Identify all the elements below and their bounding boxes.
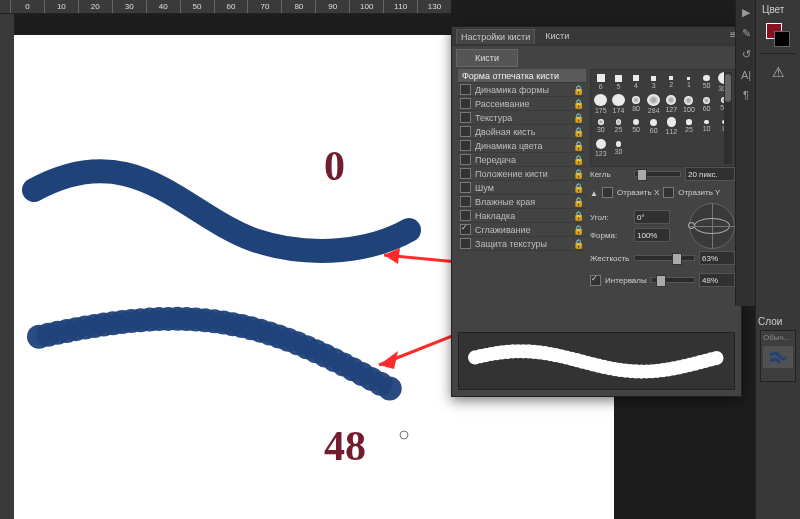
stroke-preview	[458, 332, 735, 390]
hardness-slider[interactable]	[634, 255, 695, 261]
option-checkbox[interactable]	[460, 224, 471, 235]
lock-icon[interactable]: 🔒	[573, 155, 584, 165]
size-slider[interactable]	[634, 171, 681, 177]
brush-option[interactable]: Сглаживание🔒	[458, 223, 586, 237]
right-toolbar: ▶ ✎ ↺ A| ¶	[735, 0, 756, 306]
brush-preset[interactable]: 174	[611, 94, 627, 114]
type-icon[interactable]: A|	[741, 69, 751, 81]
history-icon[interactable]: ↺	[742, 48, 751, 61]
brush-preset[interactable]: 30	[593, 116, 609, 136]
option-checkbox[interactable]	[460, 238, 471, 249]
brush-option[interactable]: Шум🔒	[458, 181, 586, 195]
lock-icon[interactable]: 🔒	[573, 85, 584, 95]
brush-preset[interactable]: 10	[699, 116, 715, 136]
angle-widget[interactable]	[689, 203, 735, 249]
size-input[interactable]	[685, 167, 735, 181]
flipy-label: Отразить Y	[678, 188, 720, 197]
brush-tip-grid[interactable]: 6543215030617517480284127100605030255060…	[590, 69, 735, 167]
flipx-checkbox[interactable]	[602, 187, 613, 198]
option-checkbox[interactable]	[460, 98, 471, 109]
brush-preset[interactable]: 3	[646, 72, 662, 92]
blend-mode[interactable]: Обыч...	[761, 331, 795, 344]
scrollbar[interactable]	[724, 72, 732, 164]
lock-icon[interactable]: 🔒	[573, 197, 584, 207]
angle-label: Угол:	[590, 213, 630, 222]
lock-icon[interactable]: 🔒	[573, 113, 584, 123]
spacing-input[interactable]	[699, 273, 735, 287]
brush-preset[interactable]: 4	[628, 72, 644, 92]
row-hardness: Жесткость	[590, 251, 735, 265]
brush-preset[interactable]: 175	[593, 94, 609, 114]
option-checkbox[interactable]	[460, 196, 471, 207]
layers-panel-title[interactable]: Слои	[752, 312, 800, 329]
spacing-checkbox[interactable]	[590, 275, 601, 286]
spacing-slider[interactable]	[651, 277, 695, 283]
hardness-label: Жесткость	[590, 254, 630, 263]
option-checkbox[interactable]	[460, 168, 471, 179]
tab-brushes[interactable]: Кисти	[541, 29, 573, 43]
brush-preset[interactable]: 1	[681, 72, 697, 92]
lock-icon[interactable]: 🔒	[573, 141, 584, 151]
brush-preset[interactable]: 60	[646, 116, 662, 136]
lock-icon[interactable]: 🔒	[573, 239, 584, 249]
option-checkbox[interactable]	[460, 126, 471, 137]
brush-option[interactable]: Влажные края🔒	[458, 195, 586, 209]
flipy-checkbox[interactable]	[663, 187, 674, 198]
paragraph-icon[interactable]: ¶	[743, 89, 749, 101]
option-label: Текстура	[475, 113, 512, 123]
brush-icon[interactable]: ✎	[742, 27, 751, 40]
tab-brush-settings[interactable]: Настройки кисти	[456, 29, 535, 44]
brush-option[interactable]: Передача🔒	[458, 153, 586, 167]
brush-preset[interactable]: 50	[699, 72, 715, 92]
brush-option[interactable]: Динамика формы🔒	[458, 83, 586, 97]
lock-icon[interactable]: 🔒	[573, 127, 584, 137]
brush-preset[interactable]: 123	[593, 138, 609, 158]
brush-preset[interactable]: 30	[611, 138, 627, 158]
option-checkbox[interactable]	[460, 182, 471, 193]
brush-preset[interactable]: 6	[593, 72, 609, 92]
roundness-input[interactable]	[634, 228, 670, 242]
brush-preset[interactable]: 25	[681, 116, 697, 136]
warning-icon[interactable]: ⚠	[766, 60, 790, 84]
brush-preset[interactable]: 25	[611, 116, 627, 136]
color-swatch[interactable]	[766, 23, 790, 47]
brush-preset[interactable]: 60	[699, 94, 715, 114]
brush-option[interactable]: Положение кисти🔒	[458, 167, 586, 181]
brush-option[interactable]: Двойная кисть🔒	[458, 125, 586, 139]
brush-presets-button[interactable]: Кисти	[456, 49, 518, 67]
option-checkbox[interactable]	[460, 154, 471, 165]
lock-icon[interactable]: 🔒	[573, 225, 584, 235]
option-label: Динамика цвета	[475, 141, 543, 151]
brush-option[interactable]: Динамика цвета🔒	[458, 139, 586, 153]
lock-icon[interactable]: 🔒	[573, 169, 584, 179]
option-checkbox[interactable]	[460, 140, 471, 151]
brush-option[interactable]: Накладка🔒	[458, 209, 586, 223]
scroll-thumb[interactable]	[725, 74, 731, 102]
brush-preset[interactable]: 112	[664, 116, 680, 136]
option-checkbox[interactable]	[460, 210, 471, 221]
color-panel-title[interactable]: Цвет	[756, 0, 800, 17]
label-48: 48	[324, 423, 366, 469]
lock-icon[interactable]: 🔒	[573, 183, 584, 193]
option-checkbox[interactable]	[460, 84, 471, 95]
play-icon[interactable]: ▶	[742, 6, 750, 19]
brush-preset[interactable]: 127	[664, 94, 680, 114]
brush-option[interactable]: Рассеивание🔒	[458, 97, 586, 111]
layers-panel[interactable]: Обыч...	[760, 330, 796, 382]
brush-option[interactable]: Текстура🔒	[458, 111, 586, 125]
brush-preset[interactable]: 284	[646, 94, 662, 114]
lock-icon[interactable]: 🔒	[573, 99, 584, 109]
angle-input[interactable]	[634, 210, 670, 224]
layer-thumb[interactable]	[763, 346, 793, 368]
lock-icon[interactable]: 🔒	[573, 211, 584, 221]
option-checkbox[interactable]	[460, 112, 471, 123]
brush-preset[interactable]: 80	[628, 94, 644, 114]
hardness-input[interactable]	[699, 251, 735, 265]
brush-preset[interactable]: 2	[664, 72, 680, 92]
brush-preset[interactable]: 5	[611, 72, 627, 92]
ruler-tick: 10	[44, 0, 78, 14]
brush-preset[interactable]: 100	[681, 94, 697, 114]
brush-preset[interactable]: 50	[628, 116, 644, 136]
brush-option[interactable]: Защита текстуры🔒	[458, 237, 586, 251]
brush-option[interactable]: Форма отпечатка кисти	[458, 69, 586, 83]
